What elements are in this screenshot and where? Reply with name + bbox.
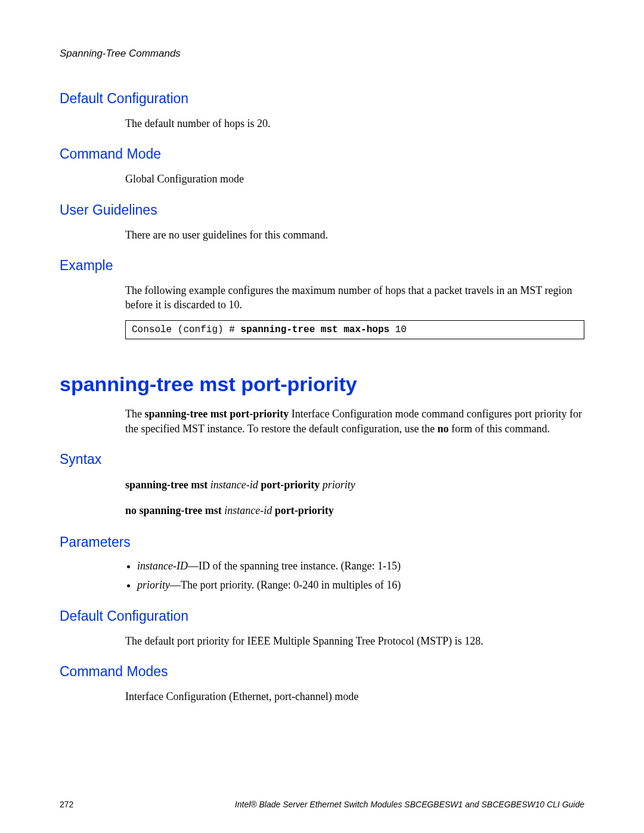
heading-command-modes: Command Modes [60, 664, 584, 680]
syntax1-c: port-priority [261, 479, 322, 491]
intro-bold-no: no [437, 423, 448, 435]
text-default-configuration-2: The default port priority for IEEE Multi… [125, 634, 584, 648]
heading-parameters: Parameters [60, 534, 584, 550]
heading-user-guidelines: User Guidelines [60, 202, 584, 218]
code-argument: 10 [395, 324, 407, 335]
heading-default-configuration-2: Default Configuration [60, 608, 584, 624]
text-user-guidelines: There are no user guidelines for this co… [125, 228, 584, 242]
code-example-box: Console (config) # spanning-tree mst max… [125, 320, 584, 339]
footer-title: Intel® Blade Server Ethernet Switch Modu… [235, 800, 584, 809]
command-intro: The spanning-tree mst port-priority Inte… [125, 407, 584, 436]
syntax2-b: instance-id [224, 504, 274, 516]
intro-bold-cmd: spanning-tree mst port-priority [144, 408, 289, 420]
syntax1-a: spanning-tree mst [125, 479, 210, 491]
text-example: The following example configures the max… [125, 283, 584, 312]
text-default-configuration: The default number of hops is 20. [125, 116, 584, 131]
param2-desc: —The port priority. (Range: 0-240 in mul… [170, 579, 401, 591]
text-command-mode: Global Configuration mode [125, 172, 584, 186]
intro-post: form of this command. [448, 423, 549, 435]
syntax-line-1: spanning-tree mst instance-id port-prior… [125, 477, 584, 493]
code-command: spanning-tree mst max-hops [240, 324, 395, 335]
heading-default-configuration: Default Configuration [60, 91, 584, 107]
param2-term: priority [137, 579, 170, 591]
heading-syntax: Syntax [60, 451, 584, 467]
syntax1-b: instance-id [210, 479, 261, 491]
page-header: Spanning-Tree Commands [60, 48, 584, 60]
syntax2-a: no spanning-tree mst [125, 504, 224, 516]
text-command-modes: Interface Configuration (Ethernet, port-… [125, 689, 584, 704]
footer-page-number: 272 [60, 800, 73, 809]
parameter-item: instance-ID—ID of the spanning tree inst… [137, 559, 584, 573]
page-footer: 272 Intel® Blade Server Ethernet Switch … [60, 800, 584, 809]
code-prompt: Console (config) # [132, 324, 240, 335]
heading-example: Example [60, 258, 584, 274]
param1-desc: —ID of the spanning tree instance. (Rang… [188, 560, 401, 572]
command-title: spanning-tree mst port-priority [60, 373, 584, 396]
intro-pre: The [125, 408, 144, 420]
parameters-list: instance-ID—ID of the spanning tree inst… [137, 559, 584, 593]
syntax2-c: port-priority [275, 504, 334, 516]
syntax1-d: priority [323, 479, 355, 491]
param1-term: instance-ID [137, 560, 188, 572]
page: Spanning-Tree Commands Default Configura… [0, 0, 644, 833]
parameter-item: priority—The port priority. (Range: 0-24… [137, 578, 584, 592]
heading-command-mode: Command Mode [60, 146, 584, 162]
syntax-line-2: no spanning-tree mst instance-id port-pr… [125, 503, 584, 519]
